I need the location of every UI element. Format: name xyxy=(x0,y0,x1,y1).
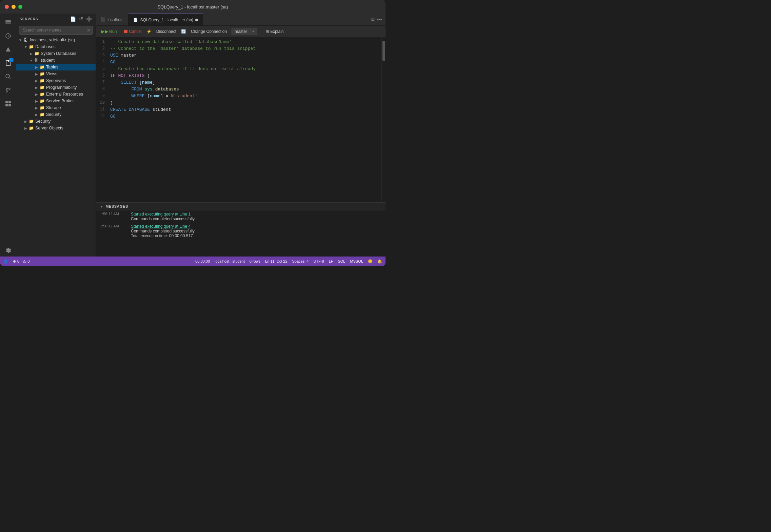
split-editor-icon[interactable]: ⧉ xyxy=(371,17,375,23)
change-connection-button[interactable]: Change Connection xyxy=(188,28,230,35)
sidebar-item-servers[interactable] xyxy=(2,16,14,28)
sidebar-item-history[interactable] xyxy=(2,30,14,42)
line-num-9: 9 xyxy=(96,93,110,99)
status-dialect[interactable]: MSSQL xyxy=(350,259,363,263)
window-title: SQLQuery_1 - localhost.master (sa) xyxy=(157,4,228,9)
explain-button[interactable]: ⊞ Explain xyxy=(263,28,286,35)
stop-icon xyxy=(124,30,127,33)
server-folder-icon xyxy=(23,37,28,43)
tree-security-child[interactable]: Security xyxy=(16,111,96,118)
editor-area: ⬛ localhost 📄 SQLQuery_1 - localh...er (… xyxy=(96,14,386,257)
svg-point-2 xyxy=(9,21,10,22)
msg-content-2: Started executing query at Line 4 Comman… xyxy=(131,224,196,238)
disconnect-label: Disconnect xyxy=(156,29,176,34)
tree-synonyms[interactable]: Synonyms xyxy=(16,77,96,84)
messages-header: ▼ MESSAGES xyxy=(96,203,386,210)
tree-tables[interactable]: Tables xyxy=(16,64,96,70)
time-value: 00:00:00 xyxy=(195,259,210,263)
new-query-icon[interactable]: 📄 xyxy=(70,16,76,22)
svg-point-8 xyxy=(6,91,7,92)
programmability-icon xyxy=(39,85,45,90)
tab-localhost-icon: ⬛ xyxy=(101,17,105,22)
code-line-10: 10 ) xyxy=(96,100,381,106)
line-ending-value: LF xyxy=(329,259,333,263)
tree-views[interactable]: Views xyxy=(16,70,96,77)
tree-arrow-sec-child xyxy=(34,112,39,117)
activity-bar: 1 xyxy=(0,14,16,257)
disconnect-button[interactable]: Disconnect xyxy=(154,28,179,35)
run-button[interactable]: ▶ ▶ Run xyxy=(99,28,119,35)
maximize-button[interactable] xyxy=(18,5,22,9)
tree-arrow-server xyxy=(18,37,23,43)
line-content-6: IF NOT EXISTS ( xyxy=(110,73,150,79)
more-actions-icon[interactable]: ••• xyxy=(376,17,382,23)
tree-arrow-databases xyxy=(23,44,28,49)
svg-marker-4 xyxy=(6,47,11,52)
status-errors[interactable]: ⊗ 0 ⚠ 0 xyxy=(13,259,29,264)
sidebar-item-files[interactable]: 1 xyxy=(2,57,14,69)
error-count: 0 xyxy=(17,259,19,263)
cancel-button[interactable]: Cancel xyxy=(121,28,144,35)
editor-scrollbar[interactable] xyxy=(381,37,386,202)
tree-server[interactable]: localhost, <default> (sa) xyxy=(16,37,96,43)
tree-programmability[interactable]: Programmability xyxy=(16,84,96,91)
change-connection-label: Change Connection xyxy=(191,29,227,34)
service-broker-icon xyxy=(39,98,45,104)
search-input[interactable] xyxy=(19,26,93,35)
status-position[interactable]: Ln 11, Col 22 xyxy=(265,259,287,263)
settings-icon[interactable] xyxy=(2,244,14,257)
warning-count: 0 xyxy=(27,259,29,263)
tree-arrow-system-db xyxy=(28,51,34,56)
code-editor[interactable]: 1 -- Create a new database called 'Datab… xyxy=(96,37,381,202)
msg-text-2: Commands completed successfully. xyxy=(131,229,196,233)
line-num-7: 7 xyxy=(96,79,110,85)
connection-value: localhost : student xyxy=(215,259,245,263)
explain-icon: ⊞ xyxy=(265,29,269,34)
security-child-label: Security xyxy=(46,112,61,117)
tree-storage[interactable]: Storage xyxy=(16,104,96,111)
status-line-ending[interactable]: LF xyxy=(329,259,333,263)
add-connection-icon[interactable]: ➕ xyxy=(86,16,92,22)
security-label: Security xyxy=(35,119,51,124)
tree-databases[interactable]: Databases xyxy=(16,43,96,50)
synonyms-icon xyxy=(39,78,45,83)
tree-arrow-views xyxy=(34,71,39,77)
code-line-9: 9 WHERE [name] = N'student' xyxy=(96,93,381,100)
sidebar-item-search[interactable] xyxy=(2,70,14,83)
line-content-11: CREATE DATABASE student xyxy=(110,106,171,113)
tree-security[interactable]: Security xyxy=(16,118,96,125)
msg-link-1[interactable]: Started executing query at Line 1 xyxy=(131,212,191,217)
tree-external-resources[interactable]: External Resources xyxy=(16,91,96,98)
tab-localhost[interactable]: ⬛ localhost xyxy=(96,14,128,25)
msg-link-2[interactable]: Started executing query at Line 4 xyxy=(131,224,191,229)
tab-sqlquery[interactable]: 📄 SQLQuery_1 - localh...er (sa) xyxy=(128,14,203,25)
tree-arrow-sb xyxy=(34,98,39,104)
dialect-value: MSSQL xyxy=(350,259,363,263)
clear-search-icon[interactable]: ✕ xyxy=(87,28,91,33)
main-layout: 1 SERVERS 📄 ↺ ➕ ✕ xyxy=(0,14,386,257)
collapse-icon[interactable]: ▼ xyxy=(100,205,103,208)
sidebar-header-icons: 📄 ↺ ➕ xyxy=(70,16,92,22)
minimize-button[interactable] xyxy=(12,5,16,9)
tree-service-broker[interactable]: Service Broker xyxy=(16,98,96,104)
status-spaces[interactable]: Spaces: 4 xyxy=(292,259,309,263)
sidebar-item-deploy[interactable] xyxy=(2,43,14,56)
status-encoding[interactable]: UTF-8 xyxy=(313,259,324,263)
status-bell[interactable]: 🔔 xyxy=(377,259,382,264)
status-emoji[interactable]: 😊 xyxy=(368,259,373,264)
status-language[interactable]: SQL xyxy=(338,259,345,263)
refresh-icon[interactable]: ↺ xyxy=(79,16,83,22)
tree-system-databases[interactable]: System Databases xyxy=(16,50,96,57)
messages-panel: ▼ MESSAGES 1:56:12 AM Started executing … xyxy=(96,202,386,257)
close-button[interactable] xyxy=(5,5,9,9)
sidebar-item-git[interactable] xyxy=(2,84,14,96)
tree-student-db[interactable]: student xyxy=(16,57,96,64)
tab-sqlquery-label: SQLQuery_1 - localh...er (sa) xyxy=(140,18,193,22)
status-connection[interactable]: localhost : student xyxy=(215,259,245,263)
explain-label: Explain xyxy=(270,29,283,34)
status-time: 00:00:00 xyxy=(195,259,210,263)
database-selector[interactable]: master student tempdb xyxy=(232,28,257,35)
code-line-12: 12 GO xyxy=(96,113,381,120)
sidebar-item-grid[interactable] xyxy=(2,98,14,110)
tree-server-objects[interactable]: Server Objects xyxy=(16,125,96,131)
